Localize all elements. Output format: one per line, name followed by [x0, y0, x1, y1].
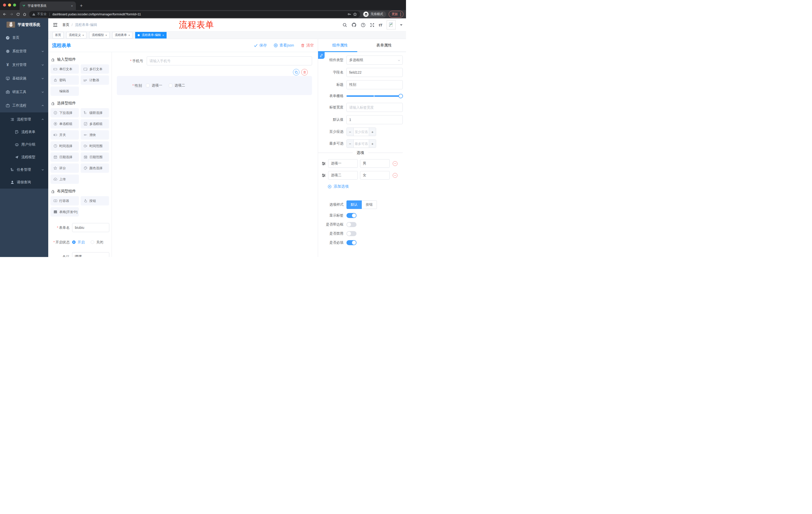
back-icon[interactable] [2, 12, 7, 16]
max-select-input[interactable] [354, 140, 369, 147]
avatar[interactable] [387, 20, 396, 29]
show-label-toggle[interactable] [346, 213, 356, 218]
copy-field-button[interactable] [293, 69, 299, 76]
sidebar-item-task-mgmt[interactable]: 任务管理 [0, 163, 48, 176]
chevron-down-icon[interactable] [400, 24, 403, 27]
phone-input[interactable] [147, 56, 312, 65]
option-value-input[interactable] [360, 171, 390, 180]
comp-item-time-picker[interactable]: 时间选择 [51, 141, 79, 151]
option-label-input[interactable] [328, 159, 358, 168]
sidebar-item-dev-tools[interactable]: 研发工具 [0, 85, 48, 99]
remove-option-button[interactable]: − [393, 173, 398, 178]
tag-process-form[interactable]: 流程表单× [112, 32, 133, 38]
add-option-button[interactable]: 添加选项 [328, 184, 403, 189]
comp-item-rate[interactable]: 评分 [51, 163, 79, 173]
browser-menu-icon[interactable] [400, 12, 401, 16]
sidebar-item-payment-mgmt[interactable]: ¥ 支付管理 [0, 58, 48, 72]
sidebar-item-leave-query[interactable]: 请假查询 [0, 176, 48, 189]
drag-handle-icon[interactable] [322, 173, 326, 178]
slider-handle[interactable] [399, 94, 403, 98]
zoom-window-button[interactable] [13, 3, 16, 6]
comp-item-upload[interactable]: 上传 [51, 174, 79, 184]
comp-item-single-line-text[interactable]: 单行文本 [51, 64, 79, 74]
sidebar-item-infrastructure[interactable]: 基础设施 [0, 72, 48, 85]
view-json-button[interactable]: 查看json [273, 43, 294, 48]
tag-process-definition[interactable]: 流程定义× [66, 32, 86, 38]
radio-on-label[interactable]: 开启 [78, 238, 85, 247]
sidebar-item-process-form[interactable]: 流程表单 [0, 126, 48, 138]
form-grid-slider[interactable] [346, 95, 401, 97]
tab-component-props[interactable]: 组件属性 [318, 39, 362, 52]
browser-tab[interactable]: 芋道管理系统 × [20, 1, 76, 10]
comp-item-button[interactable]: 按钮 [81, 196, 109, 206]
collapse-sidebar-icon[interactable] [53, 22, 58, 27]
window-controls[interactable] [0, 0, 20, 10]
comp-item-counter[interactable]: 123 计数器 [81, 76, 109, 85]
tag-close-icon[interactable]: × [162, 34, 164, 37]
home-icon[interactable] [23, 12, 27, 16]
style-button-button[interactable]: 按钮 [362, 200, 377, 209]
comp-item-cascader[interactable]: 级联选择 [81, 108, 109, 117]
close-window-button[interactable] [3, 3, 6, 6]
help-icon[interactable] [361, 23, 366, 27]
link-icon[interactable] [318, 52, 325, 59]
comp-item-select[interactable]: 下拉选择 [51, 108, 79, 117]
font-size-icon[interactable]: tT [379, 23, 382, 27]
sidebar-item-home[interactable]: 首页 [0, 31, 48, 45]
tab-form-props[interactable]: 表单属性 [362, 39, 406, 52]
clear-button[interactable]: 清空 [301, 43, 314, 48]
radio-off-label[interactable]: 关闭 [96, 238, 103, 247]
new-tab-button[interactable]: + [80, 3, 83, 8]
tag-close-icon[interactable]: × [128, 34, 130, 37]
stepper-minus-button[interactable]: − [347, 128, 354, 136]
gender-option-2[interactable]: 选项二 [169, 83, 185, 88]
sidebar-item-system-mgmt[interactable]: 系统管理 [0, 45, 48, 58]
sidebar-item-user-group[interactable]: 用户分组 [0, 138, 48, 151]
minimize-window-button[interactable] [8, 3, 11, 6]
form-remark-textarea[interactable]: 嘿嘿 [72, 252, 109, 257]
url-text[interactable]: dashboard.yudao.iocoder.cn/bpm/manager/f… [53, 12, 346, 16]
save-button[interactable]: 保存 [254, 43, 267, 48]
search-icon[interactable] [343, 23, 347, 27]
comp-item-multi-line-text[interactable]: 多行文本 [81, 64, 109, 74]
update-button[interactable]: 更新 [389, 11, 404, 18]
reload-icon[interactable] [16, 12, 20, 16]
tag-close-icon[interactable]: × [82, 34, 84, 37]
gender-option-1[interactable]: 选项一 [146, 83, 162, 88]
checkbox-unchecked[interactable] [169, 84, 172, 87]
breadcrumb-home[interactable]: 首页 [62, 23, 69, 27]
sidebar-item-process-model[interactable]: 流程模型 [0, 151, 48, 163]
comp-item-row-container[interactable]: 行容器 [51, 196, 79, 206]
stepper-minus-button[interactable]: − [347, 140, 354, 147]
checkbox-unchecked[interactable] [146, 84, 149, 87]
sidebar-item-workflow[interactable]: 工作流程 [0, 99, 48, 112]
required-toggle[interactable] [346, 240, 356, 245]
security-label[interactable]: 不安全 [37, 12, 47, 16]
stepper-plus-button[interactable]: + [369, 128, 376, 136]
comp-item-slider[interactable]: 滑块 [81, 130, 109, 140]
comp-item-checkbox-group[interactable]: 多选框组 [81, 119, 109, 129]
field-gender-selected[interactable]: 性别 选项一 选项二 [117, 76, 312, 95]
comp-item-switch[interactable]: 开关 [51, 130, 79, 140]
field-phone[interactable]: 手机号 [112, 56, 312, 65]
comp-item-editor[interactable]: 编辑器 [51, 86, 79, 96]
comp-item-date-range[interactable]: 日期范围 [81, 153, 109, 162]
min-select-input[interactable] [354, 128, 369, 136]
tag-process-form-edit[interactable]: 流程表单-编辑× [135, 32, 166, 38]
style-default-button[interactable]: 默认 [346, 200, 362, 209]
default-value-input[interactable] [346, 115, 403, 124]
comp-item-color-picker[interactable]: 颜色选择 [81, 163, 109, 173]
drag-handle-icon[interactable] [322, 161, 326, 166]
radio-off[interactable] [91, 240, 94, 244]
tag-home[interactable]: 首页 [53, 32, 63, 38]
form-name-input[interactable] [72, 223, 109, 232]
component-type-select[interactable] [346, 56, 403, 64]
field-name-input[interactable] [346, 68, 403, 77]
sidebar-item-process-mgmt[interactable]: 流程管理 [0, 113, 48, 126]
label-width-input[interactable] [346, 103, 403, 112]
comp-item-table[interactable]: 表格[开发中] [51, 207, 79, 217]
option-value-input[interactable] [360, 159, 390, 168]
stepper-plus-button[interactable]: + [369, 140, 376, 147]
fullscreen-icon[interactable] [370, 23, 375, 27]
comp-item-date-picker[interactable]: 日期选择 [51, 153, 79, 162]
